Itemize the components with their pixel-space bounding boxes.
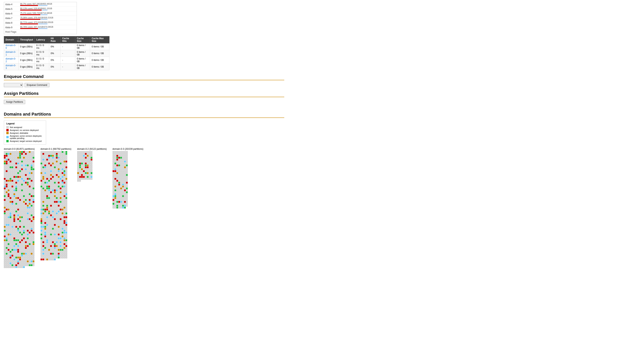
partition-cell[interactable]: [46, 251, 48, 253]
partition-cell[interactable]: [31, 239, 32, 241]
partition-cell[interactable]: [6, 264, 8, 266]
partition-cell[interactable]: [52, 245, 54, 247]
partition-cell[interactable]: [64, 178, 65, 180]
partition-cell[interactable]: [14, 151, 15, 153]
partition-cell[interactable]: [17, 261, 19, 262]
partition-cell[interactable]: [114, 186, 116, 187]
partition-cell[interactable]: [50, 153, 52, 155]
partition-cell[interactable]: [48, 163, 50, 164]
partition-cell[interactable]: [58, 232, 60, 233]
partition-cell[interactable]: [116, 161, 118, 162]
partition-cell[interactable]: [40, 207, 42, 209]
partition-cell[interactable]: [25, 216, 27, 218]
partition-cell[interactable]: [12, 174, 13, 176]
partition-cell[interactable]: [112, 197, 114, 199]
partition-cell[interactable]: [12, 166, 13, 168]
partition-cell[interactable]: [29, 205, 30, 207]
partition-cell[interactable]: [56, 191, 58, 193]
partition-cell[interactable]: [66, 224, 67, 226]
partition-cell[interactable]: [62, 214, 64, 216]
partition-cell[interactable]: [44, 197, 46, 199]
partition-cell[interactable]: [60, 255, 62, 257]
partition-cell[interactable]: [112, 159, 114, 160]
partition-cell[interactable]: [52, 243, 54, 245]
partition-cell[interactable]: [4, 224, 6, 226]
partition-cell[interactable]: [23, 213, 25, 214]
partition-cell[interactable]: [8, 261, 10, 262]
partition-cell[interactable]: [25, 174, 27, 176]
partition-cell[interactable]: [25, 257, 27, 258]
partition-cell[interactable]: [33, 159, 34, 160]
partition-cell[interactable]: [14, 205, 15, 207]
partition-cell[interactable]: [21, 220, 23, 222]
partition-cell[interactable]: [14, 232, 15, 233]
partition-cell[interactable]: [48, 161, 50, 162]
partition-cell[interactable]: [33, 163, 34, 164]
partition-cell[interactable]: [21, 161, 23, 162]
partition-cell[interactable]: [42, 224, 44, 226]
partition-cell[interactable]: [10, 197, 11, 199]
partition-cell[interactable]: [52, 228, 54, 230]
partition-cell[interactable]: [50, 216, 52, 218]
partition-cell[interactable]: [19, 166, 21, 168]
partition-cell[interactable]: [40, 230, 42, 232]
partition-cell[interactable]: [66, 163, 67, 164]
partition-cell[interactable]: [112, 201, 114, 203]
partition-cell[interactable]: [56, 226, 58, 228]
assign-partitions-button[interactable]: Assign Partitions: [4, 100, 25, 104]
partition-cell[interactable]: [40, 228, 42, 230]
partition-cell[interactable]: [85, 168, 86, 170]
partition-cell[interactable]: [50, 207, 52, 209]
partition-cell[interactable]: [62, 245, 64, 247]
partition-cell[interactable]: [62, 251, 64, 253]
partition-cell[interactable]: [42, 197, 44, 199]
partition-cell[interactable]: [64, 211, 65, 212]
partition-cell[interactable]: [122, 197, 124, 199]
partition-cell[interactable]: [23, 178, 25, 180]
partition-cell[interactable]: [122, 151, 124, 153]
partition-cell[interactable]: [64, 161, 65, 162]
partition-cell[interactable]: [10, 213, 11, 214]
partition-cell[interactable]: [33, 232, 34, 233]
partition-cell[interactable]: [48, 245, 50, 247]
partition-cell[interactable]: [6, 180, 8, 182]
partition-cell[interactable]: [14, 168, 15, 170]
partition-cell[interactable]: [116, 205, 118, 207]
partition-cell[interactable]: [52, 159, 54, 160]
partition-cell[interactable]: [64, 226, 65, 228]
partition-cell[interactable]: [27, 188, 28, 189]
partition-cell[interactable]: [14, 238, 15, 239]
partition-cell[interactable]: [6, 261, 8, 262]
partition-cell[interactable]: [112, 153, 114, 155]
partition-cell[interactable]: [19, 203, 21, 205]
partition-cell[interactable]: [25, 262, 27, 264]
partition-cell[interactable]: [29, 261, 30, 262]
partition-cell[interactable]: [19, 257, 21, 258]
partition-cell[interactable]: [31, 236, 32, 237]
partition-cell[interactable]: [17, 232, 19, 233]
partition-cell[interactable]: [10, 176, 11, 178]
partition-cell[interactable]: [8, 257, 10, 258]
partition-cell[interactable]: [54, 232, 56, 233]
partition-cell[interactable]: [56, 211, 58, 212]
partition-cell[interactable]: [23, 228, 25, 230]
partition-cell[interactable]: [42, 176, 44, 178]
partition-cell[interactable]: [48, 182, 50, 184]
partition-cell[interactable]: [40, 234, 42, 235]
partition-cell[interactable]: [122, 155, 124, 157]
partition-cell[interactable]: [56, 220, 58, 222]
partition-cell[interactable]: [8, 251, 10, 253]
partition-cell[interactable]: [44, 234, 46, 235]
partition-cell[interactable]: [17, 218, 19, 220]
partition-cell[interactable]: [56, 253, 58, 255]
partition-cell[interactable]: [64, 209, 65, 210]
partition-cell[interactable]: [4, 216, 6, 218]
partition-cell[interactable]: [54, 216, 56, 218]
partition-cell[interactable]: [42, 184, 44, 185]
partition-cell[interactable]: [54, 199, 56, 201]
partition-cell[interactable]: [27, 195, 28, 197]
partition-cell[interactable]: [27, 159, 28, 160]
partition-cell[interactable]: [52, 166, 54, 168]
partition-cell[interactable]: [54, 249, 56, 251]
partition-cell[interactable]: [4, 251, 6, 253]
